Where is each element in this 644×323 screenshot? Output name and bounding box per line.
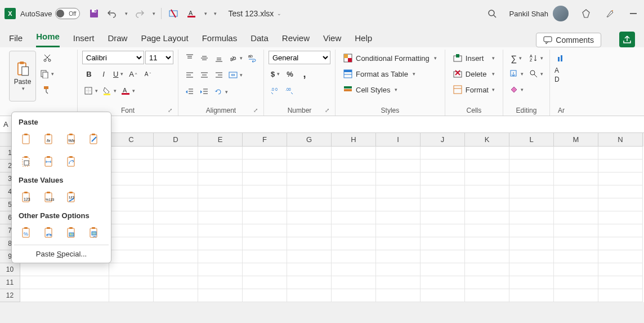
- autosum-button[interactable]: ∑▾: [508, 51, 525, 65]
- font-launcher-icon[interactable]: ⤢: [168, 107, 172, 113]
- tab-insert[interactable]: Insert: [73, 30, 95, 47]
- paste-button[interactable]: Paste ▾: [9, 51, 36, 101]
- font-color-qat-icon[interactable]: A: [185, 7, 198, 20]
- remove-split-icon[interactable]: [167, 7, 180, 20]
- col-header[interactable]: J: [421, 133, 465, 147]
- currency-button[interactable]: $▾: [269, 67, 282, 81]
- col-header[interactable]: L: [509, 133, 554, 147]
- align-bottom-button[interactable]: [212, 51, 226, 65]
- paste-values-number-button[interactable]: %123: [40, 189, 59, 207]
- autosave-control[interactable]: AutoSave Off: [20, 8, 80, 19]
- bold-button[interactable]: B: [82, 67, 96, 81]
- number-launcher-icon[interactable]: ⤢: [325, 107, 329, 113]
- insert-cells-button[interactable]: Insert▾: [450, 51, 498, 65]
- cell-styles-button[interactable]: Cell Styles▾: [340, 82, 440, 97]
- paste-formulas-button[interactable]: fx: [40, 131, 59, 149]
- alignment-launcher-icon[interactable]: ⤢: [253, 107, 258, 113]
- fill-color-button[interactable]: ▾: [101, 83, 118, 98]
- cut-button[interactable]: [38, 51, 56, 65]
- format-painter-button[interactable]: [38, 82, 56, 97]
- paste-formatting-button[interactable]: %: [17, 224, 37, 242]
- clear-button[interactable]: ▾: [508, 82, 525, 97]
- wrap-text-button[interactable]: ab: [245, 51, 259, 65]
- decrease-indent-button[interactable]: [183, 85, 196, 99]
- col-header[interactable]: H: [332, 133, 376, 147]
- paste-picture-button[interactable]: [62, 224, 82, 242]
- paste-linked-picture-button[interactable]: [85, 224, 104, 242]
- tab-data[interactable]: Data: [251, 30, 269, 47]
- number-format-combo[interactable]: General: [269, 51, 330, 64]
- user-account[interactable]: Pankil Shah: [509, 6, 569, 21]
- tab-home[interactable]: Home: [36, 28, 60, 47]
- increase-font-button[interactable]: A^: [126, 67, 140, 81]
- redo-button[interactable]: [133, 7, 146, 20]
- paste-values-button[interactable]: 123: [17, 189, 37, 207]
- find-select-button[interactable]: ▾: [527, 67, 545, 81]
- col-header[interactable]: K: [465, 133, 509, 147]
- format-cells-button[interactable]: Format▾: [450, 82, 498, 97]
- font-color-button[interactable]: A▾: [119, 83, 137, 98]
- share-button[interactable]: [619, 32, 635, 47]
- paste-values-source-button[interactable]: 123: [62, 189, 82, 207]
- decrease-font-button[interactable]: Aˇ: [141, 67, 154, 81]
- percent-button[interactable]: %: [283, 67, 297, 81]
- format-as-table-button[interactable]: Format as Table▾: [340, 67, 440, 81]
- borders-button[interactable]: ▾: [82, 83, 100, 98]
- paste-transpose-button[interactable]: [62, 153, 82, 171]
- autosave-toggle[interactable]: Off: [55, 8, 80, 19]
- increase-indent-button[interactable]: [198, 85, 211, 99]
- tab-help[interactable]: Help: [355, 30, 372, 47]
- redo-dropdown-icon[interactable]: ▾: [153, 11, 155, 16]
- italic-button[interactable]: I: [97, 67, 110, 81]
- font-name-combo[interactable]: Calibri: [82, 51, 144, 64]
- save-button[interactable]: [88, 7, 100, 20]
- row-header[interactable]: 11: [0, 276, 20, 289]
- paste-keep-source-button[interactable]: [85, 131, 104, 149]
- paste-link-button[interactable]: [40, 224, 59, 242]
- align-center-button[interactable]: [198, 68, 211, 82]
- undo-button[interactable]: [106, 7, 118, 20]
- premium-icon[interactable]: [580, 7, 592, 20]
- paste-formulas-number-button[interactable]: %fx: [62, 131, 82, 149]
- align-right-button[interactable]: [212, 68, 226, 82]
- decrease-decimal-button[interactable]: .00: [283, 83, 297, 98]
- col-header[interactable]: C: [109, 133, 154, 147]
- cells-area[interactable]: // cells built below by JS for brevity: [20, 147, 644, 302]
- col-header[interactable]: M: [554, 133, 598, 147]
- row-header[interactable]: 12: [0, 289, 20, 302]
- row-header[interactable]: 10: [0, 263, 20, 276]
- undo-dropdown-icon[interactable]: ▾: [125, 11, 128, 16]
- tab-review[interactable]: Review: [282, 30, 310, 47]
- col-header[interactable]: F: [243, 133, 287, 147]
- tab-formulas[interactable]: Formulas: [202, 30, 238, 47]
- font-color-qat-dropdown-icon[interactable]: ▾: [204, 11, 207, 16]
- copy-button[interactable]: ▾: [38, 67, 56, 81]
- delete-cells-button[interactable]: Delete▾: [450, 67, 498, 81]
- qat-customize-icon[interactable]: ▾: [214, 11, 217, 16]
- filename-display[interactable]: Test 123.xlsx ⌄: [228, 9, 281, 18]
- increase-decimal-button[interactable]: .00: [269, 83, 282, 98]
- coming-soon-icon[interactable]: [603, 7, 616, 20]
- fill-button[interactable]: ▾: [508, 67, 525, 81]
- col-header[interactable]: N: [598, 133, 643, 147]
- orientation-button[interactable]: ab▾: [227, 51, 244, 65]
- paste-all-button[interactable]: [17, 131, 37, 149]
- col-header[interactable]: D: [154, 133, 198, 147]
- comma-button[interactable]: ,: [298, 67, 311, 81]
- conditional-formatting-button[interactable]: Conditional Formatting▾: [340, 51, 440, 65]
- tab-draw[interactable]: Draw: [108, 30, 127, 47]
- col-header[interactable]: I: [376, 133, 421, 147]
- align-middle-button[interactable]: [198, 51, 211, 65]
- col-header[interactable]: G: [287, 133, 332, 147]
- font-size-combo[interactable]: 11: [145, 51, 173, 64]
- analyze-data-icon[interactable]: [554, 51, 568, 65]
- minimize-button[interactable]: [627, 7, 639, 20]
- tab-file[interactable]: File: [9, 30, 23, 47]
- merge-button[interactable]: ▾: [227, 68, 244, 82]
- sort-filter-button[interactable]: AZ▾: [527, 51, 545, 65]
- rotate-button[interactable]: ▾: [212, 85, 230, 99]
- align-left-button[interactable]: [183, 68, 196, 82]
- paste-no-borders-button[interactable]: [17, 153, 37, 171]
- tab-view[interactable]: View: [323, 30, 341, 47]
- search-button[interactable]: [486, 7, 498, 20]
